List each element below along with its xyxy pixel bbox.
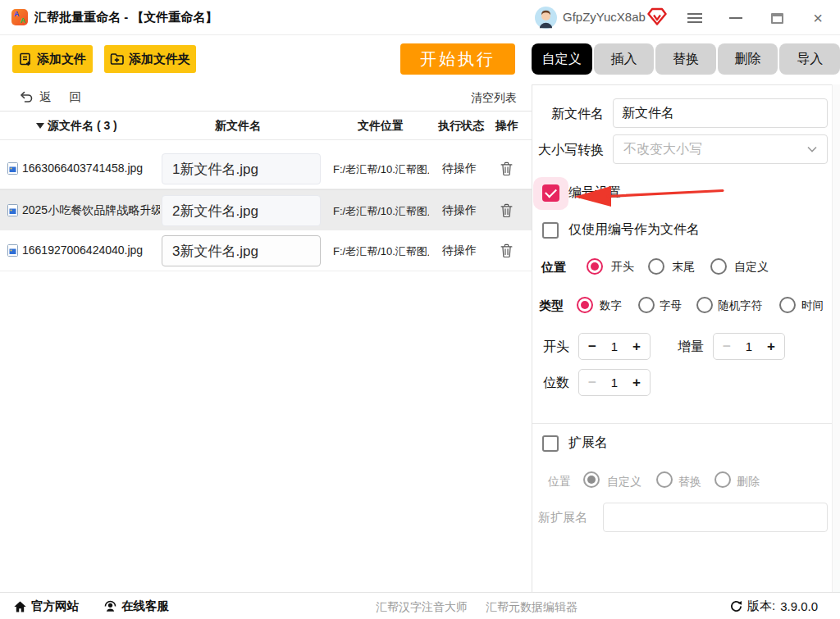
start-execute-label: 开始执行 <box>420 48 495 71</box>
file-location: F:/老汇帮/10.汇帮图片划 <box>333 162 429 177</box>
numbering-label: 编号设置 <box>568 184 621 202</box>
only-number-checkbox[interactable] <box>542 222 559 239</box>
ext-position-replace-label: 替换 <box>678 475 701 489</box>
back-icon <box>20 91 33 103</box>
status-label: 待操作 <box>442 244 477 258</box>
table-row[interactable]: 2025小吃餐饮品牌战略升级全案 2新文件名.jpg F:/老汇帮/10.汇帮图… <box>0 189 532 230</box>
menu-button[interactable] <box>684 8 705 28</box>
new-extension-input[interactable] <box>603 503 828 532</box>
position-end-label[interactable]: 末尾 <box>672 260 695 275</box>
delete-row-button[interactable] <box>500 243 514 258</box>
user-avatar[interactable] <box>535 7 557 29</box>
digits-stepper: − 1 + <box>578 369 651 396</box>
digits-minus-button[interactable]: − <box>588 375 596 391</box>
type-random-radio[interactable] <box>696 297 713 313</box>
app-window: AA 汇帮批量重命名 - 【文件重命名】 GfpZyYucX8ab × 添加文件 <box>0 0 840 619</box>
add-folder-button[interactable]: 添加文件夹 <box>104 45 196 73</box>
add-folder-label: 添加文件夹 <box>129 52 190 67</box>
position-custom-radio[interactable] <box>710 258 727 275</box>
metadata-product-link[interactable]: 汇帮元数据编辑器 <box>486 600 578 615</box>
start-number-stepper: − 1 + <box>578 333 651 360</box>
maximize-button[interactable] <box>766 8 788 28</box>
column-location: 文件位置 <box>358 119 404 134</box>
header-divider <box>0 139 532 140</box>
extension-label: 扩展名 <box>568 435 608 452</box>
start-plus-button[interactable]: + <box>632 339 641 355</box>
increment-label: 增量 <box>678 339 704 356</box>
type-random-label[interactable]: 随机字符 <box>718 298 762 313</box>
file-location: F:/老汇帮/10.汇帮图片划 <box>333 204 429 219</box>
tab-import[interactable]: 导入 <box>779 43 840 75</box>
table-row[interactable]: 1663066403741458.jpg 1新文件名.jpg F:/老汇帮/10… <box>0 148 532 189</box>
back-label: 返 回 <box>39 89 89 105</box>
type-number-label[interactable]: 数字 <box>600 298 622 313</box>
version-info: 版本: 3.9.0.0 <box>730 599 818 614</box>
tab-replace[interactable]: 替换 <box>655 43 716 75</box>
position-end-radio[interactable] <box>648 258 664 275</box>
ext-position-group-label: 位置 <box>548 475 571 489</box>
title-bar: AA 汇帮批量重命名 - 【文件重命名】 GfpZyYucX8ab × <box>0 0 840 35</box>
extension-checkbox[interactable] <box>542 435 559 452</box>
add-file-button[interactable]: 添加文件 <box>12 45 93 73</box>
rename-mode-tabs: 自定义 插入 替换 删除 导入 <box>532 43 840 75</box>
delete-row-button[interactable] <box>500 161 514 176</box>
new-extension-label: 新扩展名 <box>538 510 587 526</box>
folder-plus-icon <box>110 52 124 66</box>
support-person-icon <box>104 600 116 612</box>
new-name-input[interactable]: 1新文件名.jpg <box>162 153 321 184</box>
window-title: 汇帮批量重命名 - 【文件重命名】 <box>34 10 217 25</box>
case-convert-select[interactable]: 不改变大小写 <box>613 134 828 164</box>
position-custom-label[interactable]: 自定义 <box>734 260 769 275</box>
digits-plus-button[interactable]: + <box>632 375 641 391</box>
section-divider <box>532 423 832 424</box>
column-new-name: 新文件名 <box>215 119 261 134</box>
vip-badge-icon <box>647 7 667 26</box>
type-letter-label[interactable]: 字母 <box>660 298 682 313</box>
digits-value[interactable]: 1 <box>611 375 618 389</box>
sort-descending-icon <box>36 123 44 129</box>
official-site-link[interactable]: 官方网站 <box>14 599 79 614</box>
file-plus-icon <box>19 52 32 66</box>
close-button[interactable]: × <box>807 8 829 28</box>
start-minus-button[interactable]: − <box>588 339 596 355</box>
type-time-label[interactable]: 时间 <box>801 298 824 313</box>
panel-scrollbar[interactable] <box>832 84 840 592</box>
numbering-checkbox[interactable] <box>542 184 559 202</box>
increment-plus-button[interactable]: + <box>767 339 775 355</box>
type-letter-radio[interactable] <box>638 297 655 313</box>
add-file-label: 添加文件 <box>37 52 86 67</box>
back-button[interactable]: 返 回 <box>20 89 89 105</box>
case-convert-label: 大小写转换 <box>525 142 604 159</box>
new-name-input[interactable]: 2新文件名.jpg <box>162 195 321 226</box>
tab-custom[interactable]: 自定义 <box>532 43 592 75</box>
version-label: 版本: <box>747 599 775 614</box>
clear-list-button[interactable]: 清空列表 <box>471 91 517 106</box>
pinyin-product-link[interactable]: 汇帮汉字注音大师 <box>376 600 468 615</box>
delete-row-button[interactable] <box>500 203 514 218</box>
refresh-icon[interactable] <box>730 600 742 612</box>
tab-insert[interactable]: 插入 <box>594 43 655 75</box>
minimize-button[interactable] <box>725 8 746 28</box>
increment-value[interactable]: 1 <box>746 339 752 353</box>
position-start-label[interactable]: 开头 <box>611 260 634 275</box>
type-time-radio[interactable] <box>779 297 796 313</box>
app-logo-icon: AA <box>11 9 28 25</box>
tab-delete[interactable]: 删除 <box>718 43 778 75</box>
new-filename-input[interactable]: 新文件名 <box>613 98 828 128</box>
table-header: 源文件名 ( 3 ) 新文件名 文件位置 执行状态 操作 <box>0 116 532 138</box>
start-execute-button[interactable]: 开始执行 <box>400 43 515 75</box>
type-number-radio[interactable] <box>577 297 593 313</box>
increment-minus-button[interactable]: − <box>723 339 731 355</box>
case-convert-value: 不改变大小写 <box>623 141 702 158</box>
ext-position-custom-label: 自定义 <box>607 475 641 489</box>
home-icon <box>14 601 26 612</box>
status-label: 待操作 <box>442 203 477 218</box>
source-filename: 1663066403741458.jpg <box>22 162 160 175</box>
position-start-radio[interactable] <box>587 258 603 275</box>
column-source[interactable]: 源文件名 ( 3 ) <box>36 119 117 134</box>
online-support-link[interactable]: 在线客服 <box>104 599 169 614</box>
table-row[interactable]: 1661927006424040.jpg 3新文件名.jpg F:/老汇帮/10… <box>0 230 532 271</box>
ext-position-replace-radio <box>656 471 673 488</box>
start-number-value[interactable]: 1 <box>611 339 618 353</box>
new-name-input[interactable]: 3新文件名.jpg <box>162 235 321 266</box>
